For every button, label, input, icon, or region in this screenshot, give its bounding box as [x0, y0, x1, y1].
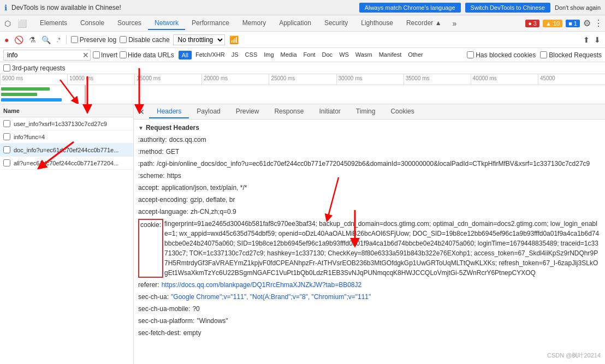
- inspect-icon-button[interactable]: ⬡: [2, 18, 13, 29]
- filter-clear-icon[interactable]: ✕: [82, 51, 89, 59]
- tab-elements[interactable]: Elements: [33, 17, 74, 30]
- ruler-mark-1: 10000 ms: [67, 74, 134, 85]
- request-item-3[interactable]: all?u=ec61dc70ef244cc0b771e77204...: [0, 157, 133, 170]
- devtools-tabs: ⬡ ⬜ Elements Console Sources Network Per…: [0, 15, 605, 32]
- request-item-2[interactable]: doc_info?u=ec61dc70ef244cc0b771e...: [0, 144, 133, 157]
- header-referer-value: https://docs.qq.com/blankpage/DQ1RrcEhma…: [162, 280, 601, 290]
- request-checkbox-2[interactable]: [3, 146, 10, 153]
- request-checkbox-0[interactable]: [3, 120, 10, 127]
- header-sec-ch-ua-mobile-name: sec-ch-ua-mobile:: [138, 304, 190, 314]
- throttle-select[interactable]: No throttling: [173, 34, 225, 45]
- match-language-button[interactable]: Always match Chrome's language: [359, 3, 461, 13]
- request-checkbox-3[interactable]: [3, 159, 10, 166]
- header-tab-preview[interactable]: Preview: [228, 105, 267, 118]
- third-party-label[interactable]: 3rd-party requests: [3, 64, 65, 72]
- tab-security[interactable]: Security: [318, 17, 354, 30]
- clear-button[interactable]: 🚫: [13, 34, 25, 45]
- filter-ws[interactable]: WS: [336, 51, 352, 59]
- more-tabs-button[interactable]: »: [450, 18, 459, 29]
- import-button[interactable]: ⬆: [582, 34, 591, 45]
- filter-types: All Fetch/XHR JS CSS Img Media Font Doc …: [179, 51, 426, 59]
- filter-other[interactable]: Other: [405, 51, 426, 59]
- header-accept-encoding-name: accept-encoding:: [138, 195, 188, 205]
- header-path: :path: /cgi-bin/online_docs/doc_info?u=e…: [138, 158, 601, 170]
- header-tab-payload[interactable]: Payload: [189, 105, 228, 118]
- request-checkbox-1[interactable]: [3, 133, 10, 140]
- invert-label[interactable]: Invert: [93, 51, 117, 59]
- filter-manifest[interactable]: Manifest: [376, 51, 405, 59]
- filter-input[interactable]: [3, 50, 91, 61]
- tab-console[interactable]: Console: [74, 17, 111, 30]
- tab-recorder[interactable]: Recorder ▲: [400, 17, 448, 30]
- headers-content: Request Headers :authority: docs.qq.com …: [134, 120, 605, 341]
- has-blocked-cookies-label[interactable]: Has blocked cookies: [467, 51, 536, 59]
- switch-chinese-button[interactable]: Switch DevTools to Chinese: [465, 3, 550, 13]
- filter-icon-button[interactable]: ⚗: [28, 34, 37, 45]
- more-options-button[interactable]: ⋮: [594, 18, 603, 28]
- filter-img[interactable]: Img: [261, 51, 276, 59]
- tab-application[interactable]: Application: [272, 17, 318, 30]
- request-headers-title: Request Headers: [138, 122, 601, 134]
- hide-data-urls-label[interactable]: Hide data URLs: [120, 51, 174, 59]
- ruler-mark-5: 30000 ms: [336, 74, 404, 85]
- header-tab-headers[interactable]: Headers: [149, 105, 189, 118]
- tab-memory[interactable]: Memory: [236, 17, 272, 30]
- has-blocked-cookies-checkbox[interactable]: [467, 51, 474, 58]
- filter-all[interactable]: All: [179, 51, 192, 59]
- record-button[interactable]: ●: [3, 34, 10, 45]
- filter-js[interactable]: JS: [229, 51, 241, 59]
- header-sec-ch-ua: sec-ch-ua: "Google Chrome";v="111", "Not…: [138, 291, 601, 303]
- ruler-mark-3: 20000 ms: [201, 74, 269, 85]
- timeline-marker: [85, 85, 86, 104]
- tab-network[interactable]: Network: [148, 17, 185, 30]
- filter-media[interactable]: Media: [278, 51, 300, 59]
- filter-wasm[interactable]: Wasm: [353, 51, 375, 59]
- invert-checkbox[interactable]: [93, 51, 100, 58]
- dont-show-again-button[interactable]: Don't show again: [555, 4, 601, 11]
- preserve-log-label[interactable]: Preserve log: [71, 36, 116, 44]
- filter-doc[interactable]: Doc: [319, 51, 336, 59]
- export-button[interactable]: ⬇: [593, 34, 602, 45]
- settings-button[interactable]: ⚙: [583, 18, 591, 28]
- third-party-checkbox[interactable]: [3, 64, 10, 71]
- request-item-1[interactable]: info?func=4: [0, 130, 133, 144]
- header-sec-ch-ua-platform-value: "Windows": [197, 316, 601, 326]
- regex-button[interactable]: .*: [55, 35, 61, 44]
- filter-font[interactable]: Font: [301, 51, 318, 59]
- tab-sources[interactable]: Sources: [111, 17, 148, 30]
- device-icon-button[interactable]: ⬜: [15, 18, 29, 29]
- request-item-0[interactable]: user_info?xsrf=1c337130c7cd27c9: [0, 117, 133, 130]
- search-icon-button[interactable]: 🔍: [40, 34, 52, 45]
- header-method: :method: GET: [138, 146, 601, 158]
- header-tab-cookies[interactable]: Cookies: [383, 105, 422, 118]
- hide-data-urls-checkbox[interactable]: [120, 51, 127, 58]
- blocked-requests-checkbox[interactable]: [540, 51, 547, 58]
- header-authority-value: docs.qq.com: [169, 135, 601, 145]
- info-badge: ■ 1: [566, 20, 580, 27]
- disable-cache-checkbox[interactable]: [120, 36, 127, 43]
- preserve-log-checkbox[interactable]: [71, 36, 78, 43]
- header-cookie-value: fingerprint=91ae2465d30046b581faf8c970ee…: [164, 219, 601, 278]
- warning-badge: ▲ 10: [543, 20, 562, 27]
- wifi-icon-button[interactable]: 📶: [228, 34, 240, 45]
- header-accept: accept: application/json, text/plain, */…: [138, 182, 601, 194]
- timeline: 5000 ms 10000 ms 15000 ms 20000 ms 25000…: [0, 74, 605, 104]
- disable-cache-label[interactable]: Disable cache: [120, 36, 169, 44]
- header-accept-encoding-value: gzip, deflate, br: [190, 195, 601, 205]
- header-tab-response[interactable]: Response: [266, 105, 311, 118]
- header-tab-initiator[interactable]: Initiator: [311, 105, 348, 118]
- separator-1: [66, 35, 67, 44]
- header-tab-timing[interactable]: Timing: [348, 105, 383, 118]
- filter-css[interactable]: CSS: [242, 51, 260, 59]
- headers-close-button[interactable]: ✕: [134, 105, 149, 118]
- tab-lighthouse[interactable]: Lighthouse: [354, 17, 400, 30]
- ruler-mark-4: 25000 ms: [269, 74, 336, 85]
- error-badge: ● 3: [525, 20, 539, 27]
- filter-fetch-xhr[interactable]: Fetch/XHR: [193, 51, 228, 59]
- header-accept-language-value: zh-CN,zh;q=0.9: [191, 207, 601, 217]
- tab-performance[interactable]: Performance: [185, 17, 236, 30]
- ruler-mark-8: 45000: [538, 74, 605, 85]
- header-scheme-value: https: [167, 171, 601, 181]
- blocked-requests-label[interactable]: Blocked Requests: [540, 51, 602, 59]
- header-accept-language: accept-language: zh-CN,zh;q=0.9: [138, 206, 601, 218]
